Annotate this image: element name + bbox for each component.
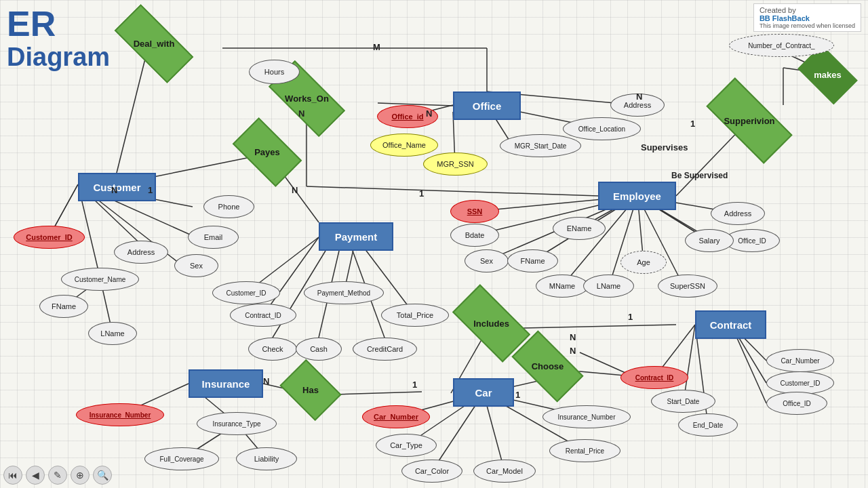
card-n-includes: N <box>570 332 576 342</box>
title-er: ER <box>7 3 110 44</box>
attr-car-number-contract: Car_Number <box>766 349 834 372</box>
nav-prev[interactable]: ◀ <box>26 466 45 485</box>
attr-office-id-contract: Office_ID <box>766 392 827 415</box>
title: ER Diagram <box>7 3 110 70</box>
svg-line-5 <box>307 186 598 196</box>
card-n-choose: N <box>570 346 576 356</box>
attr-bdate: Bdate <box>450 224 499 247</box>
attr-fname-customer: FName <box>39 295 88 318</box>
attr-customer-id-contract: Customer_ID <box>766 371 834 394</box>
nav-bar: ⏮ ◀ ✎ ⊕ 🔍 <box>3 466 112 485</box>
attr-car-model: Car_Model <box>473 460 536 483</box>
attr-office-name: Office_Name <box>370 134 438 157</box>
attr-liability: Liability <box>236 447 297 470</box>
attr-address-emp: Address <box>711 202 765 225</box>
attr-full-coverage: Full_Coverage <box>144 447 219 470</box>
attr-car-number: Car_Number <box>362 405 430 428</box>
attr-customer-name: Customer_Name <box>61 268 139 291</box>
attr-ssn: SSN <box>450 200 499 223</box>
entity-car[interactable]: Car <box>453 378 514 407</box>
card-1-includes: 1 <box>628 312 633 322</box>
attr-check: Check <box>248 338 297 361</box>
attr-email: Email <box>188 226 239 249</box>
svg-line-52 <box>336 392 422 394</box>
rel-has[interactable]: Has <box>285 371 336 409</box>
rel-payes[interactable]: Payes <box>237 134 298 171</box>
attr-lname-customer: LName <box>88 322 137 345</box>
attr-contract-id-pay: Contract_ID <box>230 304 296 327</box>
attr-address-customer: Address <box>114 241 168 264</box>
entity-office[interactable]: Office <box>453 92 521 120</box>
attr-office-location: Office_Location <box>563 117 641 140</box>
attr-ename: EName <box>553 217 606 240</box>
attr-insurance-number: Insurance_Number <box>76 403 164 426</box>
card-n-workson-right: N <box>426 108 432 119</box>
entity-employee[interactable]: Employee <box>598 182 676 210</box>
attr-mgr-start-date: MGR_Start_Date <box>500 134 581 157</box>
attr-payment-method: Payment_Method <box>304 281 384 304</box>
nav-prev-start[interactable]: ⏮ <box>3 466 22 485</box>
attr-lname-emp: LName <box>583 274 634 298</box>
card-1-choose: 1 <box>515 390 520 400</box>
rel-includes[interactable]: Includes <box>456 304 527 343</box>
entity-insurance[interactable]: Insurance <box>189 369 263 398</box>
nav-edit[interactable]: ✎ <box>48 466 67 485</box>
svg-line-0 <box>117 48 148 173</box>
card-1-cust: 1 <box>148 185 153 195</box>
label-be-supervised: Be Supervised <box>671 171 728 180</box>
attr-sex-customer: Sex <box>174 254 218 277</box>
attr-car-type: Car_Type <box>376 434 437 457</box>
card-1-sup: 1 <box>690 119 695 129</box>
card-n-has: N <box>263 376 269 386</box>
card-m: M <box>373 42 380 52</box>
card-1-has: 1 <box>412 380 417 390</box>
title-diagram: Diagram <box>7 44 110 70</box>
attr-start-date: Start_Date <box>651 390 715 413</box>
attr-contract-id-contract: Contract_ID <box>620 366 688 389</box>
rel-works-on[interactable]: Works_On <box>271 80 342 117</box>
attr-cash: Cash <box>296 338 342 361</box>
attr-rental-price: Rental_Price <box>549 439 620 462</box>
er-diagram: ER Diagram Created by BB FlashBack This … <box>0 0 868 488</box>
rel-deal-with[interactable]: Deal_with <box>117 25 191 62</box>
attr-mgr-ssn: MGR_SSN <box>423 152 488 176</box>
attr-age: Age <box>620 251 667 274</box>
attr-customer-id-pay: Customer_ID <box>212 281 280 304</box>
rel-makes[interactable]: makes <box>802 58 853 92</box>
watermark: Created by BB FlashBack This image remov… <box>753 3 861 32</box>
entity-payment[interactable]: Payment <box>319 222 393 251</box>
attr-number-of-contract: Number_of_Contract_ <box>729 34 834 57</box>
attr-creditcard: CreditCard <box>353 338 417 361</box>
attr-mname: MName <box>536 274 589 298</box>
attr-customer-id: Customer_ID <box>14 226 85 249</box>
entity-contract[interactable]: Contract <box>695 310 766 339</box>
card-n-cust: N <box>111 185 117 195</box>
attr-insurance-number-car: Insurance_Number <box>542 405 631 428</box>
card-1-office: 1 <box>419 188 424 199</box>
card-n-payes: N <box>292 185 298 195</box>
attr-car-color: Car_Color <box>401 460 462 483</box>
label-supervises: Supervises <box>641 142 688 152</box>
nav-add[interactable]: ⊕ <box>71 466 90 485</box>
rel-supperivion[interactable]: Supperivion <box>709 100 790 141</box>
attr-total-price: Total_Price <box>381 304 449 327</box>
attr-fname-emp: FName <box>507 249 558 272</box>
svg-line-47 <box>524 325 676 328</box>
card-n-sup: N <box>636 92 642 102</box>
card-n-workson-left: N <box>298 108 304 119</box>
attr-phone: Phone <box>203 195 254 218</box>
attr-hours: Hours <box>249 60 300 84</box>
svg-line-13 <box>284 176 319 222</box>
attr-superssn: SuperSSN <box>658 274 717 298</box>
nav-zoom[interactable]: 🔍 <box>93 466 112 485</box>
attr-salary: Salary <box>685 229 734 252</box>
attr-end-date: End_Date <box>678 413 738 436</box>
attr-sex-emp: Sex <box>465 249 509 272</box>
attr-insurance-type: Insurance_Type <box>197 412 277 435</box>
